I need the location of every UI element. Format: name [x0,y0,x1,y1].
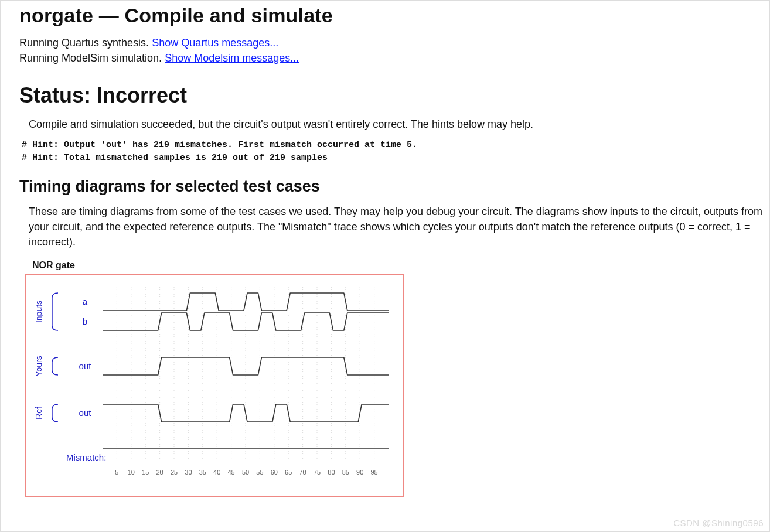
svg-text:90: 90 [356,469,363,476]
svg-text:5: 5 [115,469,118,476]
svg-text:10: 10 [128,469,135,476]
svg-text:95: 95 [370,469,377,476]
svg-text:Yours: Yours [34,356,43,376]
svg-text:75: 75 [314,469,321,476]
timing-diagram: 5101520253035404550556065707580859095Inp… [25,274,404,497]
svg-text:55: 55 [256,469,263,476]
page-title: norgate — Compile and simulate [19,4,769,27]
svg-text:80: 80 [328,469,335,476]
svg-text:15: 15 [142,469,149,476]
timing-intro: These are timing diagrams from some of t… [19,204,767,250]
watermark: CSDN @Shining0596 [673,518,764,528]
svg-text:40: 40 [213,469,220,476]
svg-text:b: b [83,316,87,326]
svg-text:30: 30 [185,469,192,476]
modelsim-run-text: Running ModelSim simulation. [19,52,165,64]
timing-heading: Timing diagrams for selected test cases [19,178,769,196]
svg-text:60: 60 [271,469,278,476]
quartus-run-text: Running Quartus synthesis. [19,37,152,49]
svg-text:70: 70 [299,469,306,476]
svg-text:35: 35 [199,469,206,476]
page-container: norgate — Compile and simulate Running Q… [0,0,770,532]
svg-text:Mismatch:: Mismatch: [66,452,106,462]
modelsim-run-line: Running ModelSim simulation. Show Models… [19,50,769,66]
svg-text:a: a [83,296,88,306]
svg-text:out: out [79,408,92,418]
status-description: Compile and simulation succeeded, but th… [19,118,769,131]
status-heading: Status: Incorrect [19,83,769,108]
svg-text:65: 65 [285,469,292,476]
svg-text:20: 20 [156,469,163,476]
svg-text:Inputs: Inputs [34,301,43,323]
svg-text:Ref: Ref [34,407,43,420]
show-modelsim-messages-link[interactable]: Show Modelsim messages... [165,52,299,64]
svg-text:45: 45 [227,469,234,476]
svg-text:out: out [79,361,92,371]
timing-diagram-svg: 5101520253035404550556065707580859095Inp… [26,275,403,496]
quartus-run-line: Running Quartus synthesis. Show Quartus … [19,35,769,50]
hint-block: # Hint: Output 'out' has 219 mismatches.… [22,139,769,165]
svg-text:50: 50 [242,469,249,476]
diagram-title: NOR gate [32,260,769,271]
svg-text:85: 85 [342,469,349,476]
show-quartus-messages-link[interactable]: Show Quartus messages... [152,37,278,49]
svg-text:25: 25 [171,469,178,476]
content: norgate — Compile and simulate Running Q… [1,1,769,497]
